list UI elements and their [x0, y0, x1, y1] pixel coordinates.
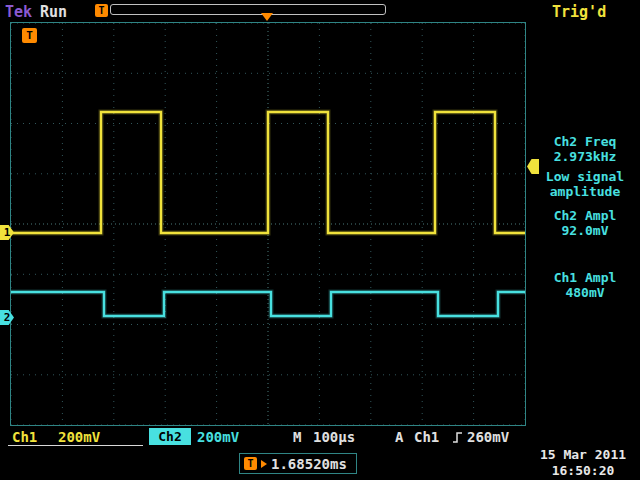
- timebase-label: M: [293, 429, 301, 445]
- tek-logo: Tek: [5, 3, 32, 21]
- ch2-readout-chip: Ch2: [149, 428, 191, 445]
- graticule: T: [10, 22, 526, 426]
- ch1-readout-underline: [8, 445, 143, 446]
- ch1-ampl-value: 480mV: [532, 285, 638, 300]
- ch1-trace: [11, 112, 525, 233]
- ch2-ampl-label: Ch2 Ampl: [532, 208, 638, 223]
- ch1-readout-label: Ch1: [12, 429, 37, 445]
- trigger-mode-label: A: [395, 429, 403, 445]
- timebase-readout: 100µs: [313, 429, 355, 445]
- measurement-warning: Low signal amplitude: [532, 169, 638, 199]
- trigger-source-readout: Ch1: [414, 429, 439, 445]
- waveform-display: [11, 23, 525, 425]
- trigger-t-marker: T: [22, 28, 37, 43]
- rising-edge-icon: [452, 430, 463, 445]
- oscilloscope-screen: Tek Run T Trig'd T 1 2 Ch2 Freq 2.973kHz…: [0, 0, 640, 480]
- record-view-bar: [110, 4, 386, 15]
- trigger-time-arrow-icon: [261, 460, 267, 468]
- warning-line2: amplitude: [532, 184, 638, 199]
- trigger-level-readout: 260mV: [467, 429, 509, 445]
- acquisition-state: Run: [40, 3, 67, 21]
- ch2-freq-value: 2.973kHz: [532, 149, 638, 164]
- time-readout: 16:50:20: [527, 463, 639, 479]
- ch1-ampl-label: Ch1 Ampl: [532, 270, 638, 285]
- trigger-time-value: 1.68520ms: [271, 456, 347, 472]
- date-readout: 15 Mar 2011: [527, 447, 639, 463]
- measurement-ch1-ampl: Ch1 Ampl 480mV: [532, 270, 638, 300]
- ch2-scale-readout: 200mV: [197, 429, 239, 445]
- measurement-ch2-freq: Ch2 Freq 2.973kHz: [532, 134, 638, 164]
- trigger-time-box: T 1.68520ms: [239, 453, 357, 474]
- trigger-time-t-icon: T: [244, 457, 257, 470]
- ch1-scale-readout: 200mV: [58, 429, 100, 445]
- ch2-ampl-value: 92.0mV: [532, 223, 638, 238]
- trigger-t-icon: T: [95, 4, 108, 17]
- datetime-readout: 15 Mar 2011 16:50:20: [527, 447, 639, 479]
- warning-line1: Low signal: [532, 169, 638, 184]
- trigger-status: Trig'd: [552, 3, 606, 21]
- ch2-freq-label: Ch2 Freq: [532, 134, 638, 149]
- measurement-ch2-ampl: Ch2 Ampl 92.0mV: [532, 208, 638, 238]
- trigger-position-marker-icon: [261, 13, 273, 21]
